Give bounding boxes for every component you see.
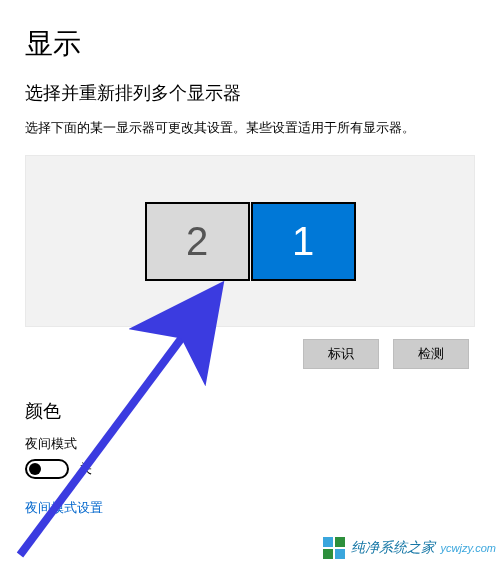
toggle-knob bbox=[29, 463, 41, 475]
night-mode-settings-link[interactable]: 夜间模式设置 bbox=[25, 499, 103, 517]
page-title: 显示 bbox=[25, 25, 475, 63]
watermark-logo-icon bbox=[323, 537, 345, 559]
identify-button[interactable]: 标识 bbox=[303, 339, 379, 369]
arrange-helptext: 选择下面的某一显示器可更改其设置。某些设置适用于所有显示器。 bbox=[25, 119, 475, 137]
color-heading: 颜色 bbox=[25, 399, 475, 423]
monitor-arrangement-area[interactable]: 2 1 bbox=[25, 155, 475, 327]
monitor-actions: 标识 检测 bbox=[25, 327, 475, 369]
night-mode-state-text: 关 bbox=[79, 460, 92, 478]
arrange-subtitle: 选择并重新排列多个显示器 bbox=[25, 81, 475, 105]
night-mode-toggle-row: 关 bbox=[25, 459, 475, 479]
night-mode-label: 夜间模式 bbox=[25, 435, 475, 453]
monitor-tile-2[interactable]: 2 bbox=[145, 202, 250, 281]
watermark: 纯净系统之家 ycwjzy.com bbox=[323, 537, 496, 559]
detect-button[interactable]: 检测 bbox=[393, 339, 469, 369]
watermark-url: ycwjzy.com bbox=[441, 542, 496, 554]
night-mode-toggle[interactable] bbox=[25, 459, 69, 479]
monitor-tile-1[interactable]: 1 bbox=[251, 202, 356, 281]
content-area: 显示 选择并重新排列多个显示器 选择下面的某一显示器可更改其设置。某些设置适用于… bbox=[0, 0, 500, 517]
watermark-brand: 纯净系统之家 bbox=[351, 539, 435, 557]
display-settings-page: 显示 选择并重新排列多个显示器 选择下面的某一显示器可更改其设置。某些设置适用于… bbox=[0, 0, 500, 567]
